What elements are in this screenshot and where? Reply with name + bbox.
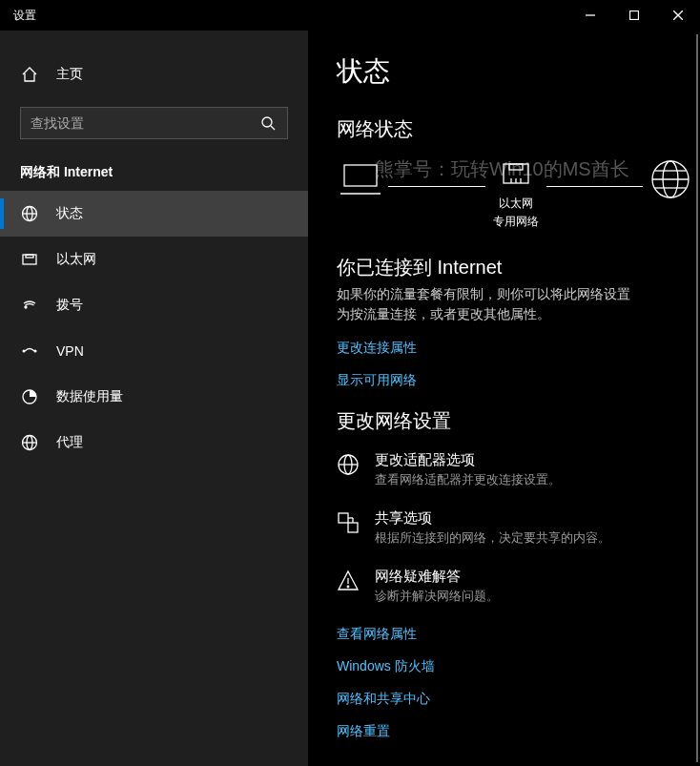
- home-label: 主页: [56, 66, 83, 83]
- sidebar-item-label: 状态: [56, 205, 83, 222]
- window-title: 设置: [13, 8, 36, 24]
- section-heading-change-settings: 更改网络设置: [337, 408, 690, 434]
- search-input[interactable]: [20, 107, 288, 139]
- svg-rect-10: [26, 255, 33, 258]
- connected-heading: 你已连接到 Internet: [337, 255, 690, 280]
- globe-icon: [20, 204, 39, 223]
- sidebar-item-vpn[interactable]: VPN: [0, 328, 308, 374]
- titlebar: 设置: [0, 0, 700, 31]
- svg-line-5: [271, 126, 275, 130]
- svg-rect-1: [630, 11, 639, 20]
- sharing-icon: [337, 511, 360, 534]
- svg-rect-21: [509, 164, 523, 170]
- computer-icon: [340, 161, 381, 197]
- link-show-available-networks[interactable]: 显示可用网络: [337, 372, 690, 389]
- diagram-network-type: 专用网络: [493, 214, 539, 230]
- warning-icon: [337, 569, 360, 592]
- adapter-icon: [337, 453, 360, 476]
- search-field[interactable]: [31, 115, 258, 131]
- main-content: 状态 网络状态 熊掌号：玩转Win10的MS酋长 以太网 专用网络: [308, 31, 700, 766]
- globe-large-icon: [650, 159, 690, 199]
- link-network-reset[interactable]: 网络重置: [337, 723, 690, 740]
- section-heading-network-status: 网络状态: [337, 116, 690, 142]
- search-icon: [258, 114, 278, 133]
- option-title: 共享选项: [375, 509, 610, 528]
- sidebar-item-datausage[interactable]: 数据使用量: [0, 374, 308, 420]
- option-desc: 根据所连接到的网络，决定要共享的内容。: [375, 529, 610, 547]
- sidebar-section-title: 网络和 Internet: [0, 151, 308, 191]
- home-button[interactable]: 主页: [0, 52, 308, 97]
- sidebar-item-status[interactable]: 状态: [0, 191, 308, 237]
- vpn-icon: [20, 342, 39, 361]
- sidebar: 主页 网络和 Internet 状态 以太网: [0, 31, 308, 766]
- sidebar-item-label: 拨号: [56, 297, 83, 314]
- maximize-button[interactable]: [612, 0, 656, 31]
- link-network-properties[interactable]: 查看网络属性: [337, 626, 690, 643]
- sidebar-item-label: VPN: [56, 343, 84, 359]
- sidebar-item-ethernet[interactable]: 以太网: [0, 237, 308, 282]
- sidebar-item-proxy[interactable]: 代理: [0, 420, 308, 466]
- sidebar-item-dialup[interactable]: 拨号: [0, 282, 308, 328]
- sidebar-item-label: 数据使用量: [56, 388, 123, 405]
- option-title: 更改适配器选项: [375, 451, 561, 469]
- option-adapter[interactable]: 更改适配器选项 查看网络适配器并更改连接设置。: [337, 451, 661, 488]
- sidebar-item-label: 以太网: [56, 251, 96, 268]
- option-title: 网络疑难解答: [375, 568, 499, 586]
- minimize-button[interactable]: [568, 0, 612, 31]
- data-usage-icon: [20, 387, 39, 406]
- close-button[interactable]: [656, 0, 700, 31]
- connected-description: 如果你的流量套餐有限制，则你可以将此网络设置为按流量连接，或者更改其他属性。: [337, 284, 642, 324]
- svg-rect-33: [339, 513, 348, 523]
- diagram-ethernet-label: 以太网: [499, 196, 533, 212]
- sidebar-item-label: 代理: [56, 434, 83, 451]
- page-title: 状态: [337, 53, 690, 90]
- svg-point-11: [25, 306, 27, 308]
- link-windows-firewall[interactable]: Windows 防火墙: [337, 658, 690, 675]
- svg-point-38: [347, 586, 349, 588]
- ethernet-icon: [20, 250, 39, 269]
- home-icon: [20, 65, 39, 84]
- svg-rect-34: [348, 523, 358, 532]
- dialup-icon: [20, 296, 39, 315]
- svg-rect-18: [344, 165, 377, 186]
- network-diagram: 以太网 专用网络: [340, 159, 690, 232]
- option-troubleshoot[interactable]: 网络疑难解答 诊断并解决网络问题。: [337, 568, 661, 605]
- svg-point-4: [262, 117, 272, 127]
- option-desc: 诊断并解决网络问题。: [375, 588, 499, 605]
- link-change-connection-properties[interactable]: 更改连接属性: [337, 340, 690, 357]
- ethernet-port-icon: [502, 161, 530, 190]
- link-network-sharing-center[interactable]: 网络和共享中心: [337, 691, 690, 708]
- option-sharing[interactable]: 共享选项 根据所连接到的网络，决定要共享的内容。: [337, 509, 661, 547]
- scrollbar[interactable]: [696, 34, 698, 762]
- option-desc: 查看网络适配器并更改连接设置。: [375, 471, 561, 488]
- svg-rect-9: [23, 255, 36, 264]
- proxy-icon: [20, 433, 39, 452]
